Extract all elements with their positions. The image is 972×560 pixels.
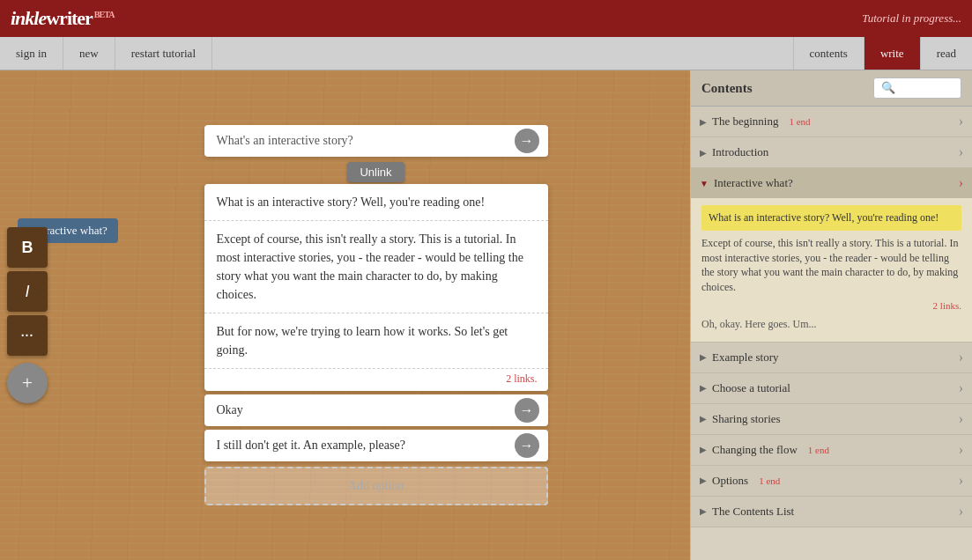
main-area: Interactive what? B I ··· + What's an in… <box>0 70 972 560</box>
option-okay-arrow: → <box>515 398 539 423</box>
more-button[interactable]: ··· <box>7 315 48 356</box>
item-title: Example story <box>712 350 778 365</box>
expanded-links-count: 2 links. <box>701 300 961 311</box>
links-count: 2 links. <box>204 369 548 391</box>
end-badge: 1 end <box>789 116 810 127</box>
item-title: Sharing stories <box>712 412 781 426</box>
triangle-icon: ▶ <box>700 383 707 393</box>
nav-arrow-icon: › <box>959 442 963 458</box>
main-story-card: What is an interactive story? Well, you'… <box>204 184 548 391</box>
contents-item-example-story[interactable]: ▶ Example story › <box>691 343 972 373</box>
nav-arrow-icon: › <box>959 350 963 365</box>
top-bar: inkleinklewriterwriterBETA Tutorial in p… <box>0 0 972 37</box>
expanded-body-text: Except of course, this isn't really a st… <box>701 236 961 295</box>
contents-item-left: ▼ Interactive what? <box>700 176 793 190</box>
contents-item-header-contents-list[interactable]: ▶ The Contents List › <box>691 497 972 527</box>
contents-header: Contents 🔍 <box>691 70 972 107</box>
nav-bar: sign in new restart tutorial contents wr… <box>0 37 972 70</box>
expanded-highlight-text: What is an interactive story? Well, you'… <box>701 205 961 231</box>
contents-item-left: ▶ Example story <box>700 350 778 365</box>
contents-item-header-example-story[interactable]: ▶ Example story › <box>691 343 972 372</box>
card-content-2: Except of course, this isn't really a st… <box>204 221 548 313</box>
logo-area: inkleinklewriterwriterBETA <box>11 7 114 30</box>
item-title: The Contents List <box>712 505 794 519</box>
read-nav[interactable]: read <box>920 37 972 70</box>
contents-title: Contents <box>701 81 753 96</box>
contents-item-choose-tutorial[interactable]: ▶ Choose a tutorial › <box>691 373 972 404</box>
nav-left: sign in new restart tutorial <box>0 37 212 70</box>
contents-item-interactive-what[interactable]: ▼ Interactive what? › What is an interac… <box>691 168 972 343</box>
add-button[interactable]: + <box>7 363 48 403</box>
restart-tutorial-nav[interactable]: restart tutorial <box>115 37 212 70</box>
top-card[interactable]: What's an interactive story? → <box>204 125 548 157</box>
contents-item-contents-list[interactable]: ▶ The Contents List › <box>691 497 972 527</box>
option-example-text: I still don't get it. An example, please… <box>217 438 405 452</box>
contents-list: ▶ The beginning 1 end › ▶ Introduction › <box>691 107 972 560</box>
search-icon: 🔍 <box>881 81 895 95</box>
contents-item-header-interactive-what[interactable]: ▼ Interactive what? › <box>691 168 972 198</box>
signin-nav[interactable]: sign in <box>0 37 63 70</box>
triangle-icon: ▶ <box>700 148 707 158</box>
contents-item-changing-flow[interactable]: ▶ Changing the flow 1 end › <box>691 435 972 466</box>
contents-item-introduction[interactable]: ▶ Introduction › <box>691 137 972 168</box>
unlink-button[interactable]: Unlink <box>347 162 404 182</box>
item-title: Changing the flow <box>712 443 798 457</box>
triangle-icon: ▶ <box>700 445 707 454</box>
card-content-1: What is an interactive story? Well, you'… <box>204 184 548 221</box>
contents-item-header-changing-flow[interactable]: ▶ Changing the flow 1 end › <box>691 435 972 465</box>
card-content-3: But for now, we're trying to learn how i… <box>204 313 548 369</box>
contents-item-left: ▶ Introduction <box>700 145 768 159</box>
triangle-icon: ▶ <box>700 117 707 127</box>
beta-badge: BETA <box>94 10 115 19</box>
contents-expanded-section: What is an interactive story? Well, you'… <box>691 198 972 342</box>
end-badge: 1 end <box>808 445 829 455</box>
tutorial-progress: Tutorial in progress... <box>862 11 961 26</box>
contents-item-left: ▶ The Contents List <box>700 505 794 519</box>
nav-arrow-icon: › <box>959 175 963 191</box>
contents-item-options[interactable]: ▶ Options 1 end › <box>691 466 972 497</box>
contents-panel: Contents 🔍 ▶ The beginning 1 end › <box>690 70 972 560</box>
bold-button[interactable]: B <box>7 227 48 268</box>
italic-button[interactable]: I <box>7 271 48 312</box>
contents-nav[interactable]: contents <box>793 37 864 70</box>
nav-arrow-icon: › <box>959 473 963 489</box>
nav-arrow-icon: › <box>959 380 963 396</box>
end-badge: 1 end <box>759 475 780 486</box>
search-box[interactable]: 🔍 <box>873 77 961 99</box>
contents-item-header-the-beginning[interactable]: ▶ The beginning 1 end › <box>691 107 972 136</box>
triangle-open-icon: ▼ <box>700 179 709 188</box>
option-example-arrow: → <box>515 433 539 458</box>
nav-arrow-icon: › <box>959 144 963 160</box>
contents-item-header-options[interactable]: ▶ Options 1 end › <box>691 466 972 496</box>
option-okay[interactable]: Okay → <box>204 394 548 426</box>
option-example[interactable]: I still don't get it. An example, please… <box>204 430 548 461</box>
story-panel: Interactive what? B I ··· + What's an in… <box>0 70 690 560</box>
contents-item-left: ▶ Changing the flow 1 end <box>700 443 829 457</box>
top-card-arrow: → <box>515 129 539 153</box>
contents-item-the-beginning[interactable]: ▶ The beginning 1 end › <box>691 107 972 137</box>
triangle-icon: ▶ <box>700 475 707 485</box>
triangle-icon: ▶ <box>700 352 707 362</box>
add-option-button[interactable]: Add option <box>204 467 548 505</box>
item-title: Options <box>712 474 748 488</box>
contents-item-header-choose-tutorial[interactable]: ▶ Choose a tutorial › <box>691 373 972 403</box>
sidebar-tools: B I ··· + <box>7 227 48 403</box>
triangle-icon: ▶ <box>700 414 707 424</box>
triangle-icon: ▶ <box>700 506 707 516</box>
contents-item-left: ▶ The beginning 1 end <box>700 114 811 129</box>
contents-item-header-introduction[interactable]: ▶ Introduction › <box>691 137 972 167</box>
option-okay-text: Okay <box>217 403 243 416</box>
item-title: Choose a tutorial <box>712 381 790 395</box>
nav-arrow-icon: › <box>959 411 963 427</box>
new-nav[interactable]: new <box>63 37 115 70</box>
logo: inkleinklewriterwriterBETA <box>11 7 114 30</box>
contents-item-header-sharing-stories[interactable]: ▶ Sharing stories › <box>691 404 972 434</box>
contents-item-sharing-stories[interactable]: ▶ Sharing stories › <box>691 404 972 435</box>
expanded-secondary-text: Oh, okay. Here goes. Um... <box>701 314 961 335</box>
contents-item-left: ▶ Sharing stories <box>700 412 781 426</box>
top-card-text: What's an interactive story? <box>217 134 353 147</box>
nav-arrow-icon: › <box>959 114 963 129</box>
write-nav[interactable]: write <box>864 37 920 70</box>
contents-item-left: ▶ Choose a tutorial <box>700 381 790 395</box>
item-title: Introduction <box>712 145 768 159</box>
